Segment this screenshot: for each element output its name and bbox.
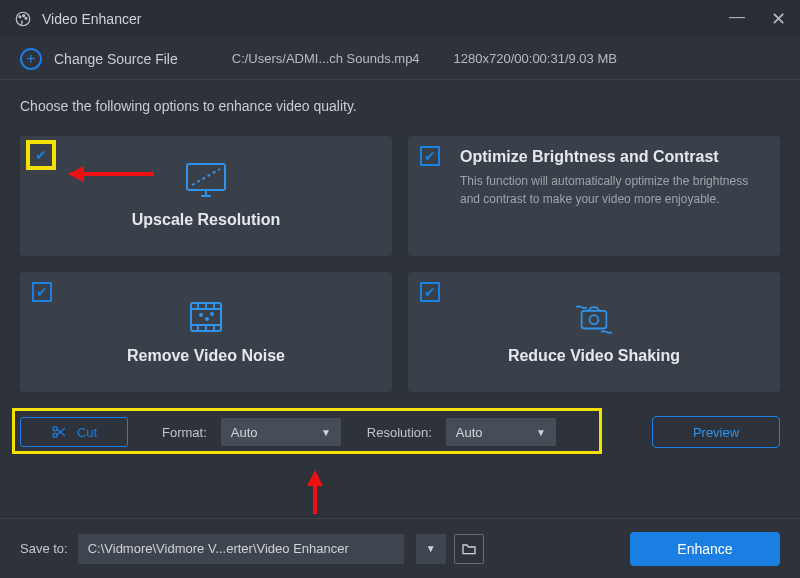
palette-icon	[14, 10, 32, 28]
svg-point-2	[23, 15, 25, 17]
window-title: Video Enhancer	[42, 11, 141, 27]
scissors-icon	[51, 424, 67, 440]
svg-point-3	[25, 17, 27, 19]
svg-line-25	[57, 428, 65, 435]
check-icon: ✔	[424, 148, 436, 164]
svg-point-21	[590, 315, 599, 324]
preview-button[interactable]: Preview	[652, 416, 780, 448]
checkbox-brightness[interactable]: ✔	[420, 146, 440, 166]
svg-point-19	[211, 313, 213, 315]
card-brightness-title: Optimize Brightness and Contrast	[460, 148, 762, 166]
check-icon: ✔	[36, 284, 48, 300]
resolution-label: Resolution:	[367, 425, 432, 440]
chevron-down-icon: ▼	[321, 427, 331, 438]
format-select[interactable]: Auto ▼	[221, 418, 341, 446]
svg-point-17	[200, 314, 202, 316]
svg-point-23	[53, 433, 57, 437]
bottom-bar: Save to: C:\Vidmore\Vidmore V...erter\Vi…	[0, 518, 800, 578]
svg-point-18	[206, 318, 208, 320]
svg-point-1	[19, 16, 21, 18]
card-upscale-resolution[interactable]: ✔ Upscale Resolution	[20, 136, 392, 256]
resolution-select[interactable]: Auto ▼	[446, 418, 556, 446]
save-path-value: C:\Vidmore\Vidmore V...erter\Video Enhan…	[88, 541, 349, 556]
title-bar: Video Enhancer — ✕	[0, 0, 800, 38]
save-to-label: Save to:	[20, 541, 68, 556]
svg-rect-4	[187, 164, 225, 190]
folder-icon	[461, 542, 477, 556]
cut-button[interactable]: Cut	[20, 417, 128, 447]
svg-line-24	[57, 429, 65, 436]
chevron-down-icon: ▼	[536, 427, 546, 438]
enhance-button[interactable]: Enhance	[630, 532, 780, 566]
source-bar: + Change Source File C:/Users/ADMI...ch …	[0, 38, 800, 80]
plus-circle-icon[interactable]: +	[20, 48, 42, 70]
enhance-button-label: Enhance	[677, 541, 732, 557]
window-controls: — ✕	[729, 8, 786, 30]
format-label: Format:	[162, 425, 207, 440]
change-source-link[interactable]: Change Source File	[54, 51, 178, 67]
source-file-info: 1280x720/00:00:31/9.03 MB	[454, 51, 617, 66]
svg-rect-20	[582, 311, 607, 329]
card-upscale-title: Upscale Resolution	[132, 211, 280, 229]
annotation-arrow-controls	[313, 486, 317, 514]
card-stabilize-title: Reduce Video Shaking	[508, 347, 680, 365]
svg-line-5	[192, 169, 220, 185]
save-path-field[interactable]: C:\Vidmore\Vidmore V...erter\Video Enhan…	[78, 534, 404, 564]
checkbox-stabilize[interactable]: ✔	[420, 282, 440, 302]
card-brightness-desc: This function will automatically optimiz…	[460, 172, 762, 208]
preview-button-label: Preview	[693, 425, 739, 440]
format-value: Auto	[231, 425, 258, 440]
card-denoise-title: Remove Video Noise	[127, 347, 285, 365]
open-folder-button[interactable]	[454, 534, 484, 564]
film-noise-icon	[183, 299, 229, 335]
camera-shake-icon	[571, 299, 617, 335]
main-content: Choose the following options to enhance …	[0, 80, 800, 448]
card-optimize-brightness[interactable]: ✔ Optimize Brightness and Contrast This …	[408, 136, 780, 256]
checkbox-upscale[interactable]: ✔	[26, 140, 56, 170]
close-button[interactable]: ✕	[771, 8, 786, 30]
instruction-text: Choose the following options to enhance …	[20, 98, 780, 114]
cut-button-label: Cut	[77, 425, 97, 440]
option-cards: ✔ Upscale Resolution ✔ Optimize Brightne…	[20, 136, 780, 392]
monitor-icon	[183, 163, 229, 199]
resolution-value: Auto	[456, 425, 483, 440]
checkbox-denoise[interactable]: ✔	[32, 282, 52, 302]
card-remove-noise[interactable]: ✔ Remove Video Noise	[20, 272, 392, 392]
minimize-button[interactable]: —	[729, 8, 745, 30]
card-reduce-shaking[interactable]: ✔ Reduce Video Shaking	[408, 272, 780, 392]
source-file-path: C:/Users/ADMI...ch Sounds.mp4	[232, 51, 420, 66]
check-icon: ✔	[35, 147, 47, 163]
chevron-down-icon: ▼	[426, 543, 436, 554]
svg-point-22	[53, 427, 57, 431]
check-icon: ✔	[424, 284, 436, 300]
controls-row: Cut Format: Auto ▼ Resolution: Auto ▼ Pr…	[20, 416, 780, 448]
save-path-dropdown[interactable]: ▼	[416, 534, 446, 564]
browse-group: ▼	[414, 534, 484, 564]
